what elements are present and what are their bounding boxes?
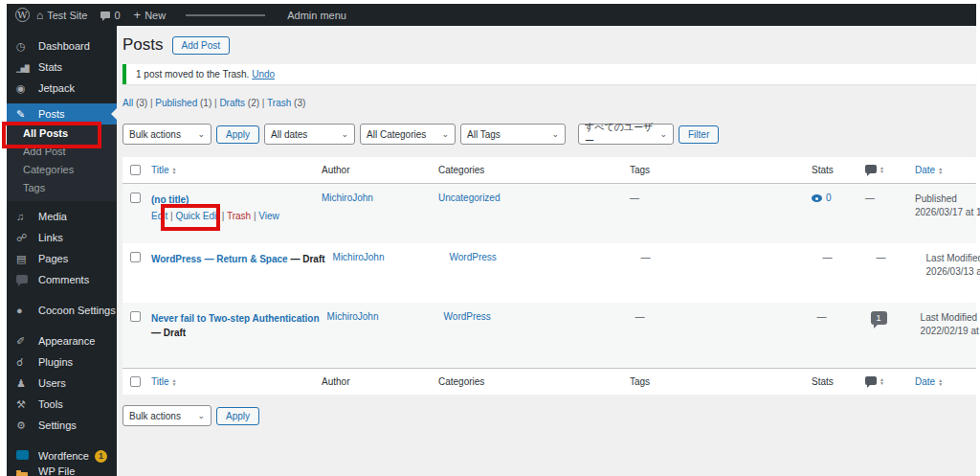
bulk-actions-select[interactable]: Bulk actions ⌄ xyxy=(122,405,212,426)
all-tags-select[interactable]: All Tags ⌄ xyxy=(460,124,566,145)
tags-value: — xyxy=(641,252,651,262)
edit-link[interactable]: Edit xyxy=(151,211,175,221)
sidebar-label: WP File Manager xyxy=(38,465,117,476)
sidebar-item-dashboard[interactable]: Dashboard xyxy=(7,35,117,57)
view-link-trash[interactable]: Trash (3) xyxy=(267,98,305,108)
view-link-all[interactable]: All (3) xyxy=(122,98,155,108)
post-title-link[interactable]: Never fail to Two-step Authentication — … xyxy=(151,313,320,340)
author-link[interactable]: MichiroJohn xyxy=(327,311,379,322)
row-checkbox[interactable] xyxy=(130,252,141,262)
sort-date-header[interactable]: Date▲▼ xyxy=(915,376,943,387)
filter-button[interactable]: Filter xyxy=(679,125,719,144)
sidebar-item-plugins[interactable]: Plugins xyxy=(7,351,117,373)
all-users-select[interactable]: すべてのユーザー ⌄ xyxy=(578,124,674,145)
wordpress-logo-icon[interactable]: W xyxy=(15,8,30,22)
category-link[interactable]: Uncategorized xyxy=(438,193,500,203)
tags-value: — xyxy=(630,193,639,203)
row-checkbox[interactable] xyxy=(130,193,141,203)
sidebar-label: Media xyxy=(38,211,67,222)
plugin-icon xyxy=(16,356,38,369)
sidebar-item-settings[interactable]: Settings xyxy=(7,415,117,436)
add-post-button[interactable]: Add Post xyxy=(172,36,231,55)
sidebar-item-posts[interactable]: Posts xyxy=(7,103,117,125)
sidebar-item-all-posts[interactable]: All Posts xyxy=(7,125,117,143)
trash-link[interactable]: Trash xyxy=(227,211,258,221)
view-link[interactable]: View xyxy=(258,211,279,221)
cocoon-icon xyxy=(16,305,38,316)
select-value: All Tags xyxy=(467,129,501,140)
post-title-link[interactable]: (no title) xyxy=(151,194,189,205)
sidebar-item-wp-file-manager[interactable]: WP File Manager xyxy=(7,466,117,476)
settings-icon xyxy=(16,419,38,432)
sidebar-item-stats[interactable]: Stats xyxy=(7,57,117,78)
select-value: すべてのユーザー xyxy=(585,121,654,147)
site-menu[interactable]: ⌂ Test Site xyxy=(30,4,94,26)
comment-count-bubble[interactable]: 1 xyxy=(871,311,887,325)
post-state: — Draft xyxy=(151,326,320,340)
sidebar-item-comments[interactable]: Comments xyxy=(7,269,117,290)
sidebar-item-pages[interactable]: Pages xyxy=(7,248,117,269)
sidebar-label: Pages xyxy=(38,253,68,264)
column-label: Date xyxy=(915,165,935,175)
view-label: All xyxy=(122,98,133,108)
category-link[interactable]: WordPress xyxy=(444,311,491,322)
admin-menu-item[interactable]: Admin menu xyxy=(280,4,353,26)
sidebar-label: Wordfence xyxy=(38,450,89,462)
sidebar-label: Comments xyxy=(38,274,89,285)
sidebar-item-links[interactable]: Links xyxy=(7,227,117,248)
sidebar-item-add-post[interactable]: Add Post xyxy=(7,143,117,161)
sidebar-item-media[interactable]: Media xyxy=(7,206,117,227)
views-count[interactable]: 0 xyxy=(826,193,832,203)
select-all-checkbox[interactable] xyxy=(130,165,141,175)
sidebar-item-tags[interactable]: Tags xyxy=(7,179,117,197)
sidebar-item-jetpack[interactable]: Jetpack xyxy=(7,78,117,99)
sort-title-header[interactable]: Title▲▼ xyxy=(151,376,176,387)
post-title-link[interactable]: WordPress — Return & Space — Draft xyxy=(151,254,325,264)
sort-date-header[interactable]: Date▲▼ xyxy=(915,165,943,175)
comment-bubble-icon xyxy=(100,11,110,18)
sort-title-header[interactable]: Title▲▼ xyxy=(151,165,176,175)
sidebar-item-categories[interactable]: Categories xyxy=(7,161,117,179)
sidebar-item-appearance[interactable]: Appearance xyxy=(7,330,117,351)
sort-comments-header[interactable]: ▲▼ xyxy=(865,165,884,173)
admin-bar-comments[interactable]: 0 xyxy=(94,4,126,26)
main-content: Posts Add Post 1 post moved to the Trash… xyxy=(117,26,976,476)
sidebar-label: Users xyxy=(38,377,66,389)
undo-link[interactable]: Undo xyxy=(252,69,275,79)
date-status: Published xyxy=(915,193,980,206)
sidebar-separator xyxy=(7,321,117,330)
sidebar-item-tools[interactable]: Tools xyxy=(7,394,117,415)
column-label: Title xyxy=(151,376,169,387)
all-dates-select[interactable]: All dates ⌄ xyxy=(264,124,355,145)
bulk-actions-select[interactable]: Bulk actions ⌄ xyxy=(122,124,212,145)
wordfence-badge: 1 xyxy=(95,450,107,463)
sidebar-label: Settings xyxy=(38,419,77,431)
row-checkbox[interactable] xyxy=(130,311,141,322)
sidebar-separator xyxy=(7,436,117,445)
admin-sidebar: Dashboard Stats Jetpack Posts All Posts … xyxy=(7,26,117,476)
date-value: 2026/03/13 at 2 xyxy=(926,265,980,279)
sidebar-item-users[interactable]: Users xyxy=(7,373,117,394)
sort-comments-header[interactable]: ▲▼ xyxy=(865,376,884,385)
tools-icon xyxy=(16,398,38,411)
categories-column-header: Categories xyxy=(434,369,626,395)
view-link-drafts[interactable]: Drafts (2) xyxy=(219,98,267,108)
quick-edit-link[interactable]: Quick Edit xyxy=(175,211,227,221)
apply-button[interactable]: Apply xyxy=(216,125,259,144)
site-name: Test Site xyxy=(47,10,87,21)
post-title-text: WordPress — Return & Space xyxy=(151,254,288,264)
sidebar-item-cocoon-settings[interactable]: Cocoon Settings xyxy=(7,300,117,321)
category-link[interactable]: WordPress xyxy=(450,252,497,262)
author-link[interactable]: MichiroJohn xyxy=(333,252,385,262)
admin-bar-new[interactable]: + New xyxy=(127,4,173,26)
apply-button[interactable]: Apply xyxy=(216,407,259,425)
list-toolbar: Bulk actions ⌄ Apply All dates ⌄ All Cat… xyxy=(122,124,976,145)
select-all-checkbox[interactable] xyxy=(130,376,141,387)
comments-value: — xyxy=(865,193,875,203)
all-categories-select[interactable]: All Categories ⌄ xyxy=(360,124,456,145)
view-link-published[interactable]: Published (1) xyxy=(155,98,219,108)
author-link[interactable]: MichiroJohn xyxy=(322,193,373,203)
user-icon xyxy=(16,377,38,390)
stats-value: — xyxy=(823,252,833,262)
sidebar-item-wordfence[interactable]: Wordfence 1 xyxy=(7,445,117,466)
